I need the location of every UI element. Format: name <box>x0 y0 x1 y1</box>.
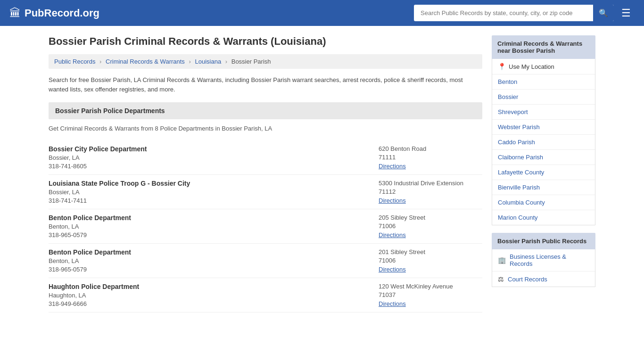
sidebar-nearby-item: Benton <box>492 74 595 90</box>
dept-city: Benton, LA <box>49 223 379 230</box>
dept-zip: 71112 <box>379 188 482 195</box>
dept-entry: Louisiana State Police Troop G - Bossier… <box>49 175 482 209</box>
dept-zip: 71006 <box>379 222 482 230</box>
sidebar: Criminal Records & Warrants near Bossier… <box>492 35 595 313</box>
breadcrumb: Public Records › Criminal Records & Warr… <box>49 54 482 69</box>
sidebar-nearby-header: Criminal Records & Warrants near Bossier… <box>492 35 595 59</box>
page-description: Search for free Bossier Parish, LA Crimi… <box>49 75 482 94</box>
sidebar-nearby-link[interactable]: Webster Parish <box>498 123 540 131</box>
dept-address: 205 Sibley Street <box>379 214 482 221</box>
site-header: 🏛 PubRecord.org 🔍 ☰ <box>0 0 644 26</box>
record-icon: 🏢 <box>498 256 506 264</box>
dept-left: Bossier City Police Department Bossier, … <box>49 145 379 170</box>
breadcrumb-criminal-records[interactable]: Criminal Records & Warrants <box>106 58 185 65</box>
sidebar-nearby-item: Columbia County <box>492 195 595 210</box>
sidebar-nearby-link[interactable]: Caddo Parish <box>498 139 535 146</box>
dept-name: Haughton Police Department <box>49 283 379 290</box>
sidebar-nearby-item: Marion County <box>492 210 595 225</box>
dept-right: 201 Sibley Street 71006 Directions <box>379 248 482 273</box>
dept-address: 120 West McKinley Avenue <box>379 283 482 290</box>
breadcrumb-public-records[interactable]: Public Records <box>54 58 95 65</box>
dept-entry: Benton Police Department Benton, LA 318-… <box>49 244 482 278</box>
dept-name: Benton Police Department <box>49 214 379 222</box>
sidebar-record-item: ⚖ Court Records <box>492 272 595 287</box>
dept-name: Benton Police Department <box>49 248 379 256</box>
sidebar-nearby-link[interactable]: Bossier <box>498 93 518 100</box>
dept-directions-link[interactable]: Directions <box>379 266 406 273</box>
page-title: Bossier Parish Criminal Records & Warran… <box>49 35 482 48</box>
sidebar-nearby-link[interactable]: Marion County <box>498 214 538 221</box>
dept-address: 620 Benton Road <box>379 145 482 152</box>
dept-left: Benton Police Department Benton, LA 318-… <box>49 248 379 273</box>
sidebar-nearby-link[interactable]: Benton <box>498 78 517 85</box>
hamburger-icon: ☰ <box>621 7 631 19</box>
dept-city: Benton, LA <box>49 257 379 264</box>
sidebar-nearby-item: Lafayette County <box>492 165 595 180</box>
search-input[interactable] <box>414 6 593 20</box>
breadcrumb-sep-2: › <box>189 58 191 65</box>
sidebar-use-location[interactable]: 📍 Use My Location <box>492 59 595 74</box>
logo[interactable]: 🏛 PubRecord.org <box>9 7 99 20</box>
sidebar-nearby-link[interactable]: Bienville Parish <box>498 184 540 191</box>
record-icon: ⚖ <box>498 275 504 283</box>
dept-zip: 71037 <box>379 291 482 298</box>
sidebar-nearby-item: Caddo Parish <box>492 135 595 150</box>
dept-directions-link[interactable]: Directions <box>379 231 406 239</box>
sidebar-nearby-list: 📍 Use My Location BentonBossierShrevepor… <box>492 59 595 225</box>
sidebar-nearby-items: BentonBossierShreveportWebster ParishCad… <box>492 74 595 225</box>
search-button[interactable]: 🔍 <box>593 5 614 21</box>
sidebar-nearby-link[interactable]: Shreveport <box>498 108 528 115</box>
departments-list: Bossier City Police Department Bossier, … <box>49 140 482 313</box>
menu-button[interactable]: ☰ <box>618 5 635 21</box>
dept-directions-link[interactable]: Directions <box>379 197 406 204</box>
dept-left: Benton Police Department Benton, LA 318-… <box>49 214 379 239</box>
sidebar-records-items: 🏢 Business Licenses & Records ⚖ Court Re… <box>492 249 595 287</box>
dept-phone: 318-949-6666 <box>49 300 379 307</box>
dept-zip: 71111 <box>379 154 482 161</box>
dept-right: 5300 Industrial Drive Extension 71112 Di… <box>379 180 482 204</box>
dept-entry: Bossier City Police Department Bossier, … <box>49 140 482 175</box>
dept-right: 120 West McKinley Avenue 71037 Direction… <box>379 283 482 307</box>
dept-directions-link[interactable]: Directions <box>379 163 406 170</box>
dept-right: 205 Sibley Street 71006 Directions <box>379 214 482 239</box>
header-right: 🔍 ☰ <box>414 5 635 21</box>
dept-directions-link[interactable]: Directions <box>379 300 406 307</box>
sidebar-public-records-header: Bossier Parish Public Records <box>492 233 595 249</box>
sidebar-record-link[interactable]: Business Licenses & Records <box>510 253 589 267</box>
sidebar-nearby-link[interactable]: Lafayette County <box>498 169 544 176</box>
dept-city: Bossier, LA <box>49 154 379 161</box>
breadcrumb-louisiana[interactable]: Louisiana <box>195 58 221 65</box>
sidebar-record-link[interactable]: Court Records <box>508 276 547 283</box>
sidebar-nearby-link[interactable]: Claiborne Parish <box>498 154 543 161</box>
dept-phone: 318-965-0579 <box>49 231 379 239</box>
search-icon: 🔍 <box>599 9 608 17</box>
location-pin-icon: 📍 <box>498 63 506 70</box>
section-header: Bossier Parish Police Departments <box>49 102 482 119</box>
dept-entry: Benton Police Department Benton, LA 318-… <box>49 209 482 244</box>
dept-entry: Haughton Police Department Haughton, LA … <box>49 278 482 313</box>
logo-icon: 🏛 <box>9 7 21 20</box>
dept-phone: 318-741-8605 <box>49 163 379 170</box>
dept-phone: 318-965-0579 <box>49 266 379 273</box>
logo-text: PubRecord.org <box>25 7 99 19</box>
dept-address: 5300 Industrial Drive Extension <box>379 180 482 187</box>
dept-name: Bossier City Police Department <box>49 145 379 153</box>
dept-address: 201 Sibley Street <box>379 248 482 255</box>
dept-zip: 71006 <box>379 257 482 264</box>
dept-city: Haughton, LA <box>49 292 379 299</box>
sidebar-records-list: 🏢 Business Licenses & Records ⚖ Court Re… <box>492 249 595 287</box>
breadcrumb-sep-3: › <box>225 58 227 65</box>
breadcrumb-sep-1: › <box>99 58 101 65</box>
dept-right: 620 Benton Road 71111 Directions <box>379 145 482 170</box>
sidebar-record-item: 🏢 Business Licenses & Records <box>492 249 595 272</box>
sidebar-nearby-item: Shreveport <box>492 105 595 120</box>
sidebar-nearby-link[interactable]: Columbia County <box>498 199 545 206</box>
use-location-label: Use My Location <box>509 63 554 70</box>
dept-city: Bossier, LA <box>49 189 379 196</box>
dept-name: Louisiana State Police Troop G - Bossier… <box>49 180 379 187</box>
section-sub: Get Criminal Records & Warrants from 8 P… <box>49 123 482 134</box>
dept-phone: 318-741-7411 <box>49 197 379 204</box>
sidebar-nearby-item: Claiborne Parish <box>492 150 595 165</box>
dept-left: Louisiana State Police Troop G - Bossier… <box>49 180 379 204</box>
content-area: Bossier Parish Criminal Records & Warran… <box>49 35 482 313</box>
